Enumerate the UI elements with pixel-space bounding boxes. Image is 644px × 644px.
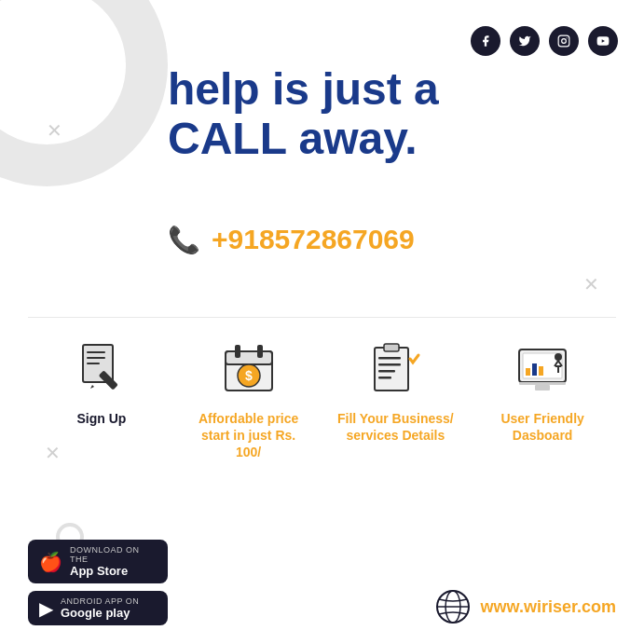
features-row: Sign Up $ Affordable price start in just… <box>28 336 616 461</box>
feature-signup: Sign Up <box>41 336 162 427</box>
appstore-text: Download on the App Store <box>70 545 157 578</box>
twitter-icon[interactable] <box>510 26 540 56</box>
svg-rect-18 <box>378 357 401 360</box>
bottom-section: 🍎 Download on the App Store ▶ ANDROID AP… <box>28 540 616 625</box>
feature-dashboard: User Friendly Dasboard <box>482 336 603 444</box>
feature-signup-label: Sign Up <box>76 410 126 427</box>
phone-icon: 📞 <box>168 225 200 255</box>
headline-text: help is just a CALL away. <box>168 65 616 164</box>
phone-number[interactable]: +918572867069 <box>212 224 415 255</box>
play-icon: ▶ <box>39 597 53 620</box>
svg-rect-19 <box>378 363 401 366</box>
feature-dashboard-label: User Friendly Dasboard <box>482 410 603 444</box>
googleplay-button[interactable]: ▶ ANDROID APP ON Google play <box>28 591 168 625</box>
app-buttons: 🍎 Download on the App Store ▶ ANDROID AP… <box>28 540 168 625</box>
svg-rect-21 <box>378 377 391 379</box>
svg-marker-9 <box>90 385 94 389</box>
svg-rect-7 <box>87 363 100 364</box>
facebook-icon[interactable] <box>471 26 500 56</box>
googleplay-text: ANDROID APP ON Google play <box>61 596 139 620</box>
dashboard-icon <box>510 336 575 401</box>
details-icon <box>363 336 428 401</box>
svg-rect-6 <box>87 357 105 359</box>
instagram-icon[interactable] <box>549 26 579 56</box>
divider <box>28 317 616 318</box>
svg-rect-5 <box>87 351 105 353</box>
svg-rect-16 <box>375 348 408 391</box>
decorative-x1: ✕ <box>47 121 62 140</box>
website-url[interactable]: www.wiriser.com <box>481 597 616 617</box>
globe-icon <box>434 588 472 625</box>
feature-details: Fill Your Business/ services Details <box>335 336 456 444</box>
svg-rect-12 <box>235 345 240 358</box>
svg-point-1 <box>562 39 567 44</box>
svg-rect-17 <box>384 344 399 351</box>
headline-section: help is just a CALL away. <box>168 65 616 164</box>
feature-details-label: Fill Your Business/ services Details <box>335 410 456 444</box>
phone-section: 📞 +918572867069 <box>168 224 415 255</box>
svg-rect-29 <box>535 385 550 391</box>
svg-rect-0 <box>558 35 569 47</box>
decorative-circle-large <box>0 0 168 186</box>
website-section: www.wiriser.com <box>434 588 616 625</box>
svg-rect-27 <box>539 366 543 376</box>
svg-text:$: $ <box>245 368 253 383</box>
svg-point-2 <box>567 37 568 38</box>
appstore-button[interactable]: 🍎 Download on the App Store <box>28 540 168 583</box>
feature-price: $ Affordable price start in just Rs. 100… <box>188 336 309 461</box>
feature-price-label: Affordable price start in just Rs. 100/ <box>188 410 309 461</box>
signup-icon <box>69 336 134 401</box>
apple-icon: 🍎 <box>39 551 62 573</box>
svg-rect-13 <box>257 345 263 358</box>
svg-rect-11 <box>226 351 272 364</box>
price-icon: $ <box>216 336 281 401</box>
svg-rect-26 <box>532 363 537 376</box>
social-bar <box>471 26 618 56</box>
decorative-x2: ✕ <box>583 275 599 294</box>
youtube-icon[interactable] <box>588 26 618 56</box>
svg-rect-25 <box>526 368 530 376</box>
svg-rect-20 <box>378 370 395 373</box>
main-container: ✕ ✕ ✕ hel <box>0 0 644 644</box>
svg-rect-28 <box>519 382 566 385</box>
